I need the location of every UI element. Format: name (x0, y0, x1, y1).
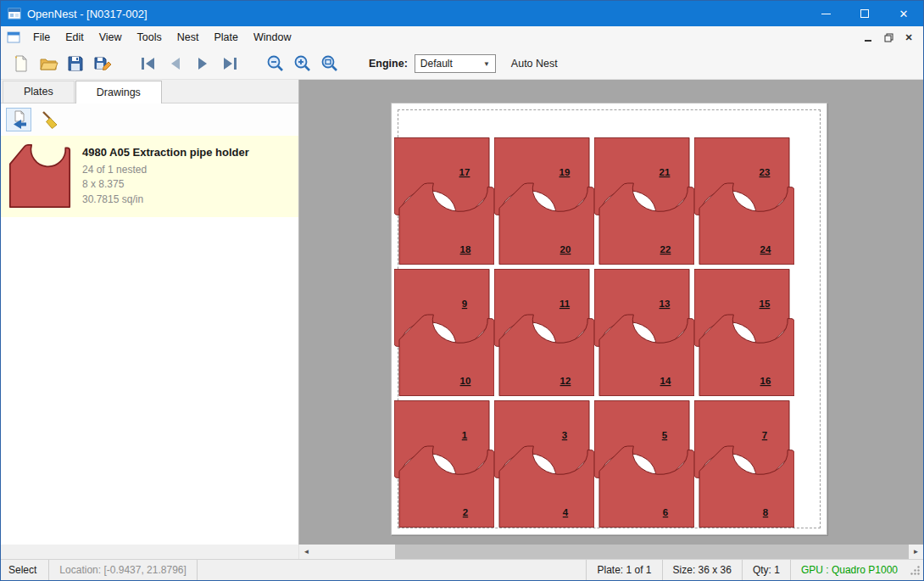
last-plate-button[interactable] (216, 51, 243, 76)
part-number-label: 20 (560, 244, 571, 254)
mdi-close-button[interactable]: ✕ (899, 29, 918, 46)
title-bar: OpenNest - [N0317-002] ✕ (1, 1, 923, 26)
nested-part-pair[interactable]: 34 (494, 400, 594, 528)
scroll-right-arrow[interactable]: ► (909, 545, 923, 559)
first-plate-button[interactable] (135, 51, 162, 76)
drawing-meta: 4980 A05 Extraction pipe holder 24 of 1 … (82, 141, 249, 207)
menu-file[interactable]: File (25, 28, 58, 47)
nested-part-pair[interactable]: 2122 (594, 137, 694, 265)
drawing-nested-count: 24 of 1 nested (82, 163, 249, 177)
minimize-button[interactable] (806, 1, 845, 26)
part-number-label: 1 (462, 430, 468, 440)
horizontal-scrollbar[interactable]: ◄ ► (299, 545, 923, 559)
status-plate: Plate: 1 of 1 (586, 560, 661, 580)
nested-part-pair[interactable]: 56 (594, 400, 694, 528)
drawings-toolbar (1, 103, 298, 136)
menu-tools[interactable]: Tools (130, 28, 170, 47)
scroll-left-arrow[interactable]: ◄ (299, 545, 314, 559)
engine-label: Engine: (369, 58, 408, 70)
nested-part-pair[interactable]: 1112 (494, 269, 594, 396)
nest-plate[interactable]: 171819202122232491011121314151612345678 (391, 103, 827, 535)
menu-window[interactable]: Window (246, 28, 298, 47)
status-location: Location: [-0.9437, 21.8796] (49, 560, 197, 580)
save-edit-icon (92, 53, 113, 74)
window-title: OpenNest - [N0317-002] (27, 8, 148, 20)
previous-arrow-icon (165, 53, 186, 74)
first-arrow-icon (138, 53, 159, 74)
menu-nest[interactable]: Nest (170, 28, 207, 47)
next-arrow-icon (192, 53, 213, 74)
menu-plate[interactable]: Plate (206, 28, 246, 47)
part-number-label: 22 (660, 244, 671, 254)
nested-part-pair[interactable]: 1920 (494, 137, 594, 265)
part-number-label: 10 (460, 376, 471, 386)
maximize-button[interactable] (845, 1, 884, 26)
tab-plates[interactable]: Plates (3, 81, 75, 103)
auto-nest-button[interactable]: Auto Nest (511, 58, 558, 70)
part-number-label: 3 (562, 430, 567, 440)
nested-part-pair[interactable]: 2324 (694, 137, 794, 265)
part-number-label: 7 (762, 430, 767, 440)
save-button[interactable] (62, 51, 89, 76)
app-icon (8, 7, 21, 20)
chevron-down-icon: ▼ (483, 60, 490, 68)
nested-part-pair[interactable]: 78 (694, 400, 794, 528)
resize-grip-icon[interactable] (910, 565, 921, 578)
next-plate-button[interactable] (189, 51, 216, 76)
new-button[interactable] (8, 51, 35, 76)
tab-drawings[interactable]: Drawings (75, 81, 162, 103)
part-number-label: 24 (760, 244, 771, 254)
zoom-fit-button[interactable] (316, 51, 343, 76)
nested-part-pair[interactable]: 12 (394, 400, 494, 528)
part-number-label: 13 (660, 299, 671, 309)
part-number-label: 14 (660, 376, 671, 386)
previous-plate-button[interactable] (162, 51, 189, 76)
open-button[interactable] (35, 51, 62, 76)
drawing-dimensions: 8 x 8.375 (82, 177, 249, 192)
status-mode: Select (1, 560, 49, 580)
document-icon (7, 31, 20, 44)
nested-part-pair[interactable]: 1718 (394, 137, 494, 265)
part-number-label: 9 (462, 299, 467, 309)
part-number-label: 8 (763, 507, 769, 517)
last-arrow-icon (220, 53, 240, 74)
zoom-in-button[interactable] (289, 51, 316, 76)
part-number-label: 23 (760, 167, 771, 177)
part-number-label: 12 (560, 376, 571, 386)
scroll-thumb[interactable] (395, 545, 909, 559)
save-floppy-icon (65, 53, 86, 74)
engine-select[interactable]: Default ▼ (415, 54, 496, 73)
close-button[interactable]: ✕ (884, 1, 923, 26)
zoom-out-button[interactable] (262, 51, 289, 76)
import-drawing-button[interactable] (6, 108, 31, 131)
save-as-button[interactable] (89, 51, 116, 76)
panel-tabstrip: Plates Drawings (1, 80, 298, 103)
part-number-label: 4 (563, 507, 569, 517)
nested-part-pair[interactable]: 1314 (594, 269, 694, 396)
page-back-arrow-icon (8, 109, 29, 130)
left-panel: Plates Drawings 4980 A05 Extractio (1, 80, 299, 545)
scrollbar-row: ◄ ► (1, 545, 923, 559)
menu-bar: File Edit View Tools Nest Plate Window ✕ (1, 26, 923, 48)
drawing-title: 4980 A05 Extraction pipe holder (82, 146, 249, 159)
open-folder-icon (38, 53, 58, 74)
drawing-area: 30.7815 sq/in (82, 193, 249, 207)
drawing-list-item[interactable]: 4980 A05 Extraction pipe holder 24 of 1 … (1, 136, 298, 217)
mdi-window-controls: ✕ (859, 29, 923, 46)
engine-value: Default (420, 58, 453, 70)
nested-part-pair[interactable]: 1516 (694, 269, 794, 396)
part-number-label: 2 (463, 507, 468, 517)
menu-view[interactable]: View (92, 28, 130, 47)
status-bar: Select Location: [-0.9437, 21.8796] Plat… (1, 559, 923, 580)
zoom-fit-icon (320, 53, 340, 74)
nest-canvas[interactable]: 171819202122232491011121314151612345678 (299, 80, 923, 545)
nested-part-pair[interactable]: 910 (394, 269, 494, 396)
mdi-restore-button[interactable] (879, 29, 898, 46)
scroll-track[interactable] (314, 545, 909, 559)
mdi-minimize-button[interactable] (859, 29, 877, 46)
part-number-label: 18 (460, 244, 471, 254)
clean-drawings-button[interactable] (36, 108, 62, 131)
zoom-in-icon (292, 53, 313, 74)
menu-edit[interactable]: Edit (58, 28, 92, 47)
part-number-label: 16 (760, 376, 771, 386)
